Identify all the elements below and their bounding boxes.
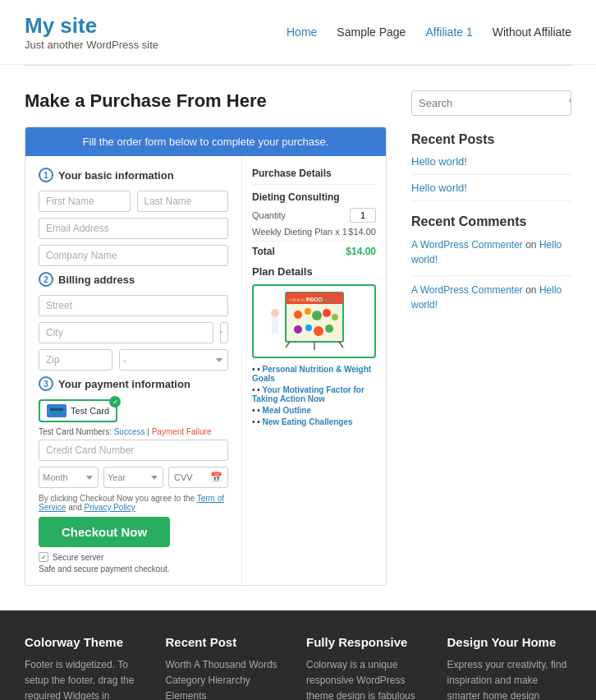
name-row xyxy=(39,191,228,212)
comment-2: A WordPress Commenter on Hello world! xyxy=(411,283,571,312)
site-footer: Colorway Theme Footer is widgetized. To … xyxy=(0,610,596,700)
plan-feature-1: • Personal Nutrition & Weight Goals xyxy=(252,365,376,383)
total-row: Total $14.00 xyxy=(252,241,376,257)
footer-widget-4: Design Your Home Express your creativity… xyxy=(447,635,572,700)
svg-point-14 xyxy=(314,326,323,336)
posts-divider2 xyxy=(411,200,571,201)
purchase-title: Purchase Details xyxy=(252,168,376,185)
secure-label: Secure server xyxy=(53,553,103,562)
email-row xyxy=(39,218,228,239)
step1-label: Your basic information xyxy=(58,169,174,182)
nav-sample-page[interactable]: Sample Page xyxy=(337,25,406,39)
zip-input[interactable] xyxy=(39,349,112,371)
site-description: Just another WordPress site xyxy=(25,39,158,51)
privacy-link[interactable]: Privacy Policy xyxy=(85,503,135,512)
zip-row: - xyxy=(39,349,228,371)
svg-rect-1 xyxy=(50,408,63,411)
calendar-icon: 📅 xyxy=(210,472,222,483)
footer-widget-4-text: Express your creativity, find inspiratio… xyxy=(447,657,572,700)
checkout-button[interactable]: Checkout Now xyxy=(39,517,170,547)
comment-1-author[interactable]: A WordPress Commenter xyxy=(411,239,523,251)
email-input[interactable] xyxy=(39,218,228,239)
company-input[interactable] xyxy=(39,245,228,266)
footer-widget-1-title: Colorway Theme xyxy=(25,635,149,649)
first-name-input[interactable] xyxy=(39,191,131,212)
svg-text:UNHEALTHY: UNHEALTHY xyxy=(289,297,314,302)
footer-widget-2-text: Worth A Thousand Words Category Hierarch… xyxy=(166,657,291,700)
street-input[interactable] xyxy=(39,295,228,316)
cvv-wrapper: 📅 xyxy=(168,467,228,488)
step1-circle: 1 xyxy=(39,168,53,182)
secure-row: ✓ Secure server xyxy=(39,552,228,562)
cvv-input[interactable] xyxy=(174,472,207,482)
search-box xyxy=(411,90,571,116)
card-icon xyxy=(47,404,66,417)
country-select[interactable]: Country xyxy=(220,322,228,343)
city-country-row: Country xyxy=(39,322,228,343)
footer-widget-1: Colorway Theme Footer is widgetized. To … xyxy=(25,635,149,700)
search-input[interactable] xyxy=(412,92,563,114)
site-title: My site xyxy=(25,13,158,39)
svg-point-11 xyxy=(332,314,338,320)
year-select[interactable]: Year xyxy=(103,467,163,488)
month-select[interactable]: Month xyxy=(39,467,99,488)
recent-posts-title: Recent Posts xyxy=(411,132,571,147)
svg-point-22 xyxy=(571,97,571,104)
nav-home[interactable]: Home xyxy=(287,25,317,39)
comments-divider xyxy=(411,275,571,276)
nav-without-affiliate[interactable]: Without Affiliate xyxy=(493,25,571,39)
footer-widget-3: Fully Responsive Colorway is a unique re… xyxy=(306,635,431,700)
step3-heading: 3 Your payment information xyxy=(39,376,228,391)
card-check-icon: ✓ xyxy=(109,396,121,408)
cc-input[interactable] xyxy=(39,440,228,461)
success-link[interactable]: Success xyxy=(114,427,145,436)
last-name-input[interactable] xyxy=(137,191,229,212)
safe-text: Safe and secure payment checkout. xyxy=(39,564,228,573)
svg-point-8 xyxy=(305,308,311,315)
svg-point-13 xyxy=(305,325,312,331)
nav-affiliate1[interactable]: Affiliate 1 xyxy=(425,25,472,39)
city-input[interactable] xyxy=(39,322,213,343)
plan-label: Weekly Dieting Plan x 1 xyxy=(252,227,347,237)
comment-2-on: on xyxy=(525,284,536,296)
svg-point-7 xyxy=(294,311,302,319)
quantity-input[interactable] xyxy=(350,208,376,223)
purchase-product: Dieting Consulting xyxy=(252,191,376,203)
quantity-row: Quantity xyxy=(252,208,376,223)
purchase-section: Purchase Details Dieting Consulting Quan… xyxy=(242,156,386,585)
quantity-label: Quantity xyxy=(252,210,286,220)
svg-line-19 xyxy=(286,342,290,348)
comment-1-on: on xyxy=(525,239,536,251)
recent-post-2[interactable]: Hello world! xyxy=(411,182,571,194)
terms-text: By clicking Checkout Now you agree to th… xyxy=(39,494,228,512)
footer-widget-3-text: Colorway is a unique responsive WordPres… xyxy=(306,657,431,700)
plan-image-box: FOOD UNHEALTHY HEALTHY xyxy=(252,284,376,358)
posts-divider xyxy=(411,174,571,175)
svg-point-10 xyxy=(323,309,331,317)
failure-link[interactable]: Payment Failure xyxy=(152,427,212,436)
step2-label: Billing address xyxy=(58,274,135,286)
comment-2-author[interactable]: A WordPress Commenter xyxy=(411,284,523,296)
step3-label: Your payment information xyxy=(58,378,190,390)
company-row xyxy=(39,245,228,266)
svg-rect-18 xyxy=(272,317,278,334)
state-select[interactable]: - xyxy=(119,349,228,371)
step2-heading: 2 Billing address xyxy=(39,272,228,287)
card-badge: Test Card ✓ xyxy=(39,399,117,422)
checkout-box: Fill the order form below to complete yo… xyxy=(25,127,387,586)
search-button[interactable] xyxy=(563,91,571,115)
plan-feature-2: • Your Motivating Factor for Taking Acti… xyxy=(252,385,376,403)
plan-feature-4: • New Eating Challenges xyxy=(252,417,376,426)
svg-point-15 xyxy=(325,325,333,333)
recent-post-1[interactable]: Hello world! xyxy=(411,155,571,168)
svg-text:HEALTHY: HEALTHY xyxy=(318,297,337,302)
secure-check-icon: ✓ xyxy=(39,552,48,562)
plan-title: Plan Details xyxy=(252,265,376,278)
main-wrapper: Make a Purchase From Here Fill the order… xyxy=(0,66,596,610)
site-branding: My site Just another WordPress site xyxy=(25,13,158,51)
cc-row xyxy=(39,440,228,461)
footer-widget-4-title: Design Your Home xyxy=(447,635,572,649)
plan-features: • Personal Nutrition & Weight Goals • Yo… xyxy=(252,365,376,426)
step1-heading: 1 Your basic information xyxy=(39,168,228,182)
terms-and: and xyxy=(68,503,82,512)
